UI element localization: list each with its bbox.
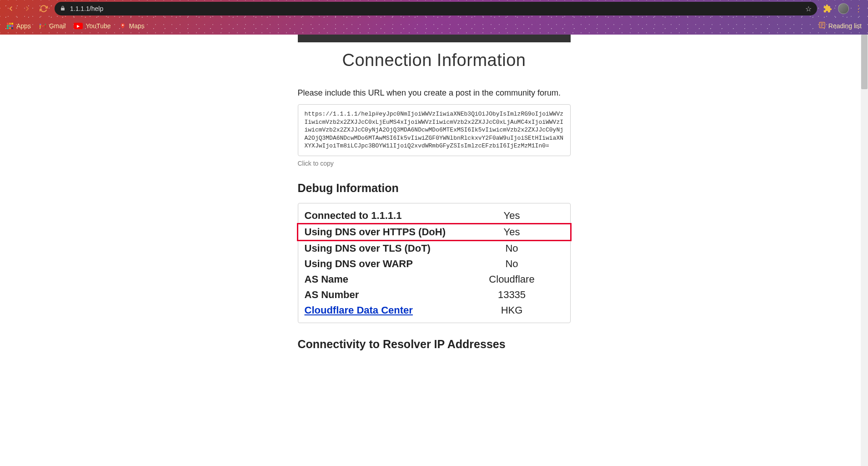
url-text: 1.1.1.1/help bbox=[70, 5, 801, 12]
reload-button[interactable] bbox=[38, 3, 49, 14]
intro-text: Please include this URL when you create … bbox=[298, 88, 571, 98]
bookmark-label: YouTube bbox=[85, 22, 110, 30]
debug-value: No bbox=[460, 258, 564, 270]
debug-label: Using DNS over WARP bbox=[305, 258, 460, 270]
debug-label: Using DNS over HTTPS (DoH) bbox=[305, 226, 460, 238]
debug-value: 13335 bbox=[460, 289, 564, 301]
extensions-icon[interactable] bbox=[823, 4, 833, 14]
youtube-icon: ▶ bbox=[74, 23, 83, 29]
debug-label: Connected to 1.1.1.1 bbox=[305, 210, 460, 222]
reading-list-label: Reading list bbox=[828, 22, 862, 30]
share-url-box[interactable]: https://1.1.1.1/help#eyJpc0NmIjoiWWVzIiw… bbox=[298, 104, 571, 156]
bookmark-apps[interactable]: Apps bbox=[6, 22, 31, 30]
debug-row-asnumber: AS Number 13335 bbox=[298, 287, 570, 303]
connectivity-section-title: Connectivity to Resolver IP Addresses bbox=[298, 338, 571, 351]
address-bar[interactable]: 1.1.1.1/help ☆ bbox=[55, 2, 817, 15]
reading-list-icon bbox=[818, 21, 826, 30]
bookmark-label: Gmail bbox=[49, 22, 66, 30]
debug-value: Yes bbox=[460, 226, 564, 238]
lock-icon bbox=[60, 5, 65, 12]
debug-label: Using DNS over TLS (DoT) bbox=[305, 243, 460, 254]
browser-chrome: 1.1.1.1/help ☆ ⋮ Apps Gmail ▶ YouTube bbox=[0, 0, 868, 35]
debug-row-dot: Using DNS over TLS (DoT) No bbox=[298, 241, 570, 256]
bookmarks-bar: Apps Gmail ▶ YouTube Maps Reading list bbox=[0, 17, 868, 35]
svg-point-0 bbox=[122, 25, 123, 26]
debug-row-asname: AS Name Cloudflare bbox=[298, 272, 570, 287]
bookmark-maps[interactable]: Maps bbox=[119, 22, 145, 30]
debug-row-doh: Using DNS over HTTPS (DoH) Yes bbox=[297, 223, 572, 241]
scrollbar-thumb[interactable] bbox=[861, 35, 868, 89]
debug-label: AS Number bbox=[305, 289, 460, 301]
scrollbar[interactable] bbox=[861, 35, 868, 373]
datacenter-link[interactable]: Cloudflare Data Center bbox=[305, 304, 460, 316]
menu-button[interactable]: ⋮ bbox=[854, 4, 863, 14]
debug-row-warp: Using DNS over WARP No bbox=[298, 256, 570, 272]
debug-value: HKG bbox=[460, 304, 564, 316]
reading-list-button[interactable]: Reading list bbox=[818, 21, 862, 30]
debug-table: Connected to 1.1.1.1 Yes Using DNS over … bbox=[298, 203, 571, 323]
star-icon[interactable]: ☆ bbox=[805, 5, 812, 13]
bookmark-gmail[interactable]: Gmail bbox=[39, 22, 66, 30]
page-title: Connection Information bbox=[298, 51, 571, 70]
maps-icon bbox=[119, 22, 126, 30]
profile-avatar[interactable] bbox=[838, 3, 849, 14]
nav-toolbar: 1.1.1.1/help ☆ ⋮ bbox=[0, 0, 868, 17]
page-body: Connection Information Please include th… bbox=[0, 35, 868, 373]
header-dark-bar bbox=[298, 35, 571, 42]
copy-hint: Click to copy bbox=[298, 160, 571, 167]
debug-label: AS Name bbox=[305, 274, 460, 285]
debug-value: No bbox=[460, 243, 564, 254]
apps-icon bbox=[6, 22, 14, 30]
gmail-icon bbox=[39, 22, 46, 30]
debug-row-datacenter: Cloudflare Data Center HKG bbox=[298, 303, 570, 318]
bookmark-label: Apps bbox=[16, 22, 31, 30]
debug-row-connected: Connected to 1.1.1.1 Yes bbox=[298, 208, 570, 223]
debug-section-title: Debug Information bbox=[298, 182, 571, 195]
back-button[interactable] bbox=[5, 3, 16, 14]
forward-button[interactable] bbox=[22, 3, 33, 14]
bookmark-label: Maps bbox=[129, 22, 145, 30]
bookmark-youtube[interactable]: ▶ YouTube bbox=[74, 22, 110, 30]
debug-value: Yes bbox=[460, 210, 564, 222]
debug-value: Cloudflare bbox=[460, 274, 564, 285]
